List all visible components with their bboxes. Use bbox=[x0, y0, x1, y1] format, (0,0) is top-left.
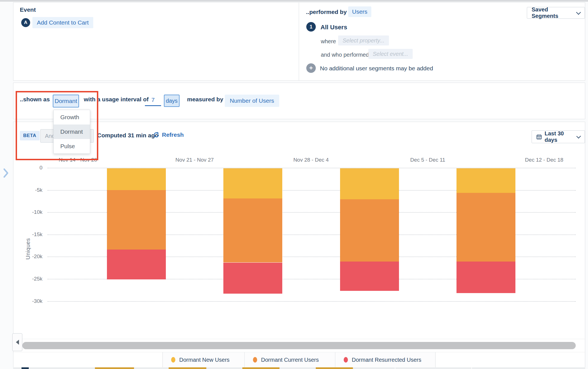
shown-as-panel: ..shown as Dormant with a usage interval… bbox=[13, 83, 585, 119]
chart-legend: Dormant New UsersDormant Current UsersDo… bbox=[162, 352, 436, 368]
add-segment-icon[interactable]: + bbox=[306, 63, 316, 73]
legend-label: Dormant New Users bbox=[179, 357, 230, 363]
legend-swatch bbox=[344, 357, 348, 363]
saved-segments-label: Saved Segments bbox=[532, 6, 574, 19]
cut-off-bar bbox=[95, 367, 134, 369]
chevron-down-icon bbox=[576, 134, 581, 138]
legend-item[interactable]: Dormant Current Users bbox=[244, 352, 335, 367]
cut-off-bar bbox=[21, 367, 29, 369]
date-range-button[interactable]: Last 30 days bbox=[532, 130, 585, 143]
cut-off-bar bbox=[471, 367, 472, 369]
interval-value-wrap bbox=[145, 95, 161, 106]
legend-swatch bbox=[171, 357, 175, 363]
subject-chip[interactable]: Users bbox=[348, 6, 371, 17]
triangle-left-icon bbox=[16, 340, 19, 345]
collapse-handle[interactable] bbox=[12, 333, 22, 351]
legend-swatch bbox=[253, 357, 257, 363]
saved-segments-button[interactable]: Saved Segments bbox=[527, 7, 585, 19]
beta-badge: BETA bbox=[20, 131, 40, 140]
interval-unit-chip[interactable]: days bbox=[164, 95, 180, 107]
chevron-down-icon bbox=[576, 10, 581, 15]
shown-as-label: ..shown as bbox=[20, 96, 50, 103]
dropdown-option-pulse[interactable]: Pulse bbox=[54, 139, 90, 154]
where-property-input[interactable]: Select property... bbox=[338, 35, 389, 45]
cut-off-bar bbox=[395, 367, 395, 369]
performed-by-card: ..performed by Users Saved Segments 1 Al… bbox=[299, 3, 585, 80]
who-event-input[interactable]: Select event... bbox=[368, 49, 413, 59]
chart-panel: BETA Ano Computed 31 min ago Refresh Las… bbox=[13, 122, 585, 369]
who-performed-label: and who performed bbox=[321, 52, 369, 58]
mode-dropdown-menu: GrowthDormantPulse bbox=[53, 110, 90, 154]
event-card: Event A Add Content to Cart bbox=[13, 3, 299, 80]
refresh-icon bbox=[153, 131, 160, 138]
segment-index-badge: 1 bbox=[306, 22, 316, 32]
legend-label: Dormant Current Users bbox=[261, 357, 319, 363]
where-label: where bbox=[321, 38, 336, 45]
refresh-button[interactable]: Refresh bbox=[153, 131, 184, 138]
cut-off-bar bbox=[169, 367, 206, 369]
measure-chip[interactable]: Number of Users bbox=[225, 95, 279, 107]
event-card-title: Event bbox=[20, 6, 36, 13]
legend-item[interactable]: Dormant Resurrected Users bbox=[335, 352, 436, 367]
legend-label: Dormant Resurrected Users bbox=[352, 357, 421, 363]
refresh-label: Refresh bbox=[162, 131, 184, 138]
interval-value-input[interactable] bbox=[145, 95, 161, 106]
no-more-segments-note: No additional user segments may be added bbox=[320, 65, 433, 72]
measured-by-label: measured by bbox=[187, 96, 223, 103]
computed-status: Computed 31 min ago bbox=[97, 132, 158, 139]
event-letter-badge: A bbox=[21, 18, 30, 27]
segmentation-page: Event A Add Content to Cart ..performed … bbox=[0, 0, 588, 369]
legend-item[interactable]: Dormant New Users bbox=[163, 352, 244, 367]
query-builder-panel: Event A Add Content to Cart ..performed … bbox=[13, 2, 585, 81]
mode-dropdown-button[interactable]: Dormant bbox=[53, 95, 79, 107]
segment-name: All Users bbox=[321, 24, 347, 31]
top-border-strip bbox=[0, 0, 588, 2]
cut-off-bar bbox=[242, 367, 279, 369]
scrollbar-thumb[interactable] bbox=[22, 342, 576, 349]
dropdown-option-growth[interactable]: Growth bbox=[54, 110, 90, 124]
y-axis-title: Uniques bbox=[25, 232, 31, 266]
dropdown-option-dormant[interactable]: Dormant bbox=[54, 124, 90, 139]
cut-off-bar bbox=[316, 367, 353, 369]
date-range-label: Last 30 days bbox=[545, 130, 575, 143]
sidebar-expand-chevron-icon[interactable] bbox=[2, 167, 9, 179]
event-name-chip[interactable]: Add Content to Cart bbox=[32, 17, 93, 28]
usage-interval-label: with a usage interval of bbox=[84, 96, 149, 103]
calendar-icon bbox=[536, 134, 542, 140]
performed-by-label: ..performed by bbox=[306, 9, 347, 15]
horizontal-scrollbar bbox=[13, 339, 585, 352]
cut-off-mini-chart bbox=[13, 367, 585, 369]
